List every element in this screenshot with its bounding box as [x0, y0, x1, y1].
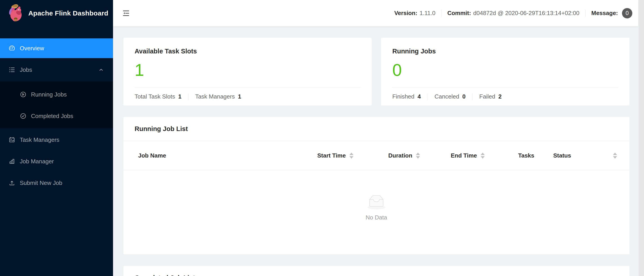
chevron-up-icon [98, 67, 104, 73]
sidebar-item-job-manager[interactable]: Job Manager [0, 151, 113, 171]
column-label: Status [553, 152, 571, 159]
empty-text: No Data [366, 214, 387, 221]
version-value: 1.11.0 [420, 10, 435, 17]
sidebar-item-running-jobs[interactable]: Running Jobs [0, 85, 113, 104]
stat-label: Total Task Slots [134, 93, 175, 100]
schedule-icon [8, 137, 15, 143]
completed-job-list-title: Completed Job List [123, 266, 630, 276]
page-scrollbar[interactable] [638, 0, 644, 276]
available-task-slots-card: Available Task Slots 1 Total Task Slots … [123, 38, 372, 106]
message-label: Message: [592, 10, 618, 17]
sidebar-item-label: Jobs [20, 66, 32, 73]
sidebar: Apache Flink Dashboard Overview Jobs [0, 0, 113, 276]
check-circle-icon [20, 113, 26, 119]
app-logo: Apache Flink Dashboard [0, 0, 113, 26]
running-jobs-value: 0 [392, 61, 402, 79]
sidebar-item-label: Running Jobs [31, 91, 67, 98]
table-header-row: Job Name Start Time Duration End Time Ta… [123, 141, 630, 170]
message-count-badge[interactable]: 0 [622, 8, 632, 18]
column-label: Start Time [317, 152, 346, 159]
column-header-duration[interactable]: Duration [388, 152, 451, 159]
build-info: Version: 1.11.0 Commit: d04872d @ 2020-0… [394, 8, 632, 18]
stat-value: 1 [238, 93, 241, 100]
sidebar-item-overview[interactable]: Overview [0, 38, 113, 58]
app-title: Apache Flink Dashboard [28, 9, 108, 17]
sort-icon[interactable] [613, 152, 617, 159]
sidebar-item-completed-jobs[interactable]: Completed Jobs [0, 106, 113, 126]
divider [585, 10, 586, 17]
stat-value: 0 [462, 93, 466, 100]
running-job-list-title: Running Job List [123, 117, 630, 141]
column-header-start-time[interactable]: Start Time [317, 152, 388, 159]
card-title: Running Jobs [392, 48, 436, 55]
empty-state: No Data [123, 170, 630, 256]
divider [188, 93, 188, 100]
divider [441, 10, 442, 17]
stat-value: 4 [418, 93, 421, 100]
column-label: Tasks [518, 152, 534, 159]
sidebar-item-label: Overview [20, 45, 44, 52]
sort-icon[interactable] [350, 152, 354, 159]
card-footer: Total Task Slots 1 Task Managers 1 [134, 93, 241, 100]
stat-label: Task Managers [195, 93, 235, 100]
card-footer: Finished 4 Canceled 0 Failed 2 [392, 93, 502, 100]
jobs-submenu: Running Jobs Completed Jobs [0, 81, 113, 128]
dashboard-icon [8, 45, 15, 52]
menu-fold-icon[interactable] [122, 9, 130, 17]
column-label: End Time [451, 152, 477, 159]
divider [428, 93, 428, 100]
running-job-list-card: Running Job List Job Name Start Time Dur… [123, 117, 630, 254]
play-circle-icon [20, 91, 26, 98]
column-label: Job Name [138, 152, 166, 159]
available-task-slots-value: 1 [134, 61, 144, 79]
commit-value: d04872d @ 2020-06-29T16:13:14+02:00 [473, 10, 579, 17]
stat-label: Finished [392, 93, 414, 100]
sidebar-menu: Overview Jobs Running Jobs [0, 26, 113, 193]
unordered-list-icon [8, 66, 15, 73]
sidebar-item-task-managers[interactable]: Task Managers [0, 130, 113, 150]
upload-icon [8, 179, 15, 186]
stat-label: Canceled [434, 93, 459, 100]
sidebar-item-label: Completed Jobs [31, 113, 73, 120]
stat-value: 1 [178, 93, 181, 100]
sidebar-item-jobs[interactable]: Jobs [0, 60, 113, 80]
column-header-status[interactable]: Status [553, 152, 630, 159]
sort-icon[interactable] [481, 152, 485, 159]
column-header-job-name: Job Name [138, 152, 317, 159]
sidebar-item-label: Job Manager [20, 158, 54, 165]
sort-icon[interactable] [416, 152, 420, 159]
sidebar-item-submit-new-job[interactable]: Submit New Job [0, 173, 113, 193]
sidebar-item-label: Submit New Job [20, 179, 62, 186]
divider [134, 88, 360, 88]
column-label: Duration [388, 152, 412, 159]
main-content: Available Task Slots 1 Total Task Slots … [113, 26, 638, 276]
version-label: Version: [394, 10, 418, 17]
sidebar-item-label: Task Managers [20, 137, 59, 143]
empty-inbox-icon [366, 193, 387, 210]
column-header-end-time[interactable]: End Time [451, 152, 518, 159]
stat-cards-row: Available Task Slots 1 Total Task Slots … [123, 38, 638, 106]
completed-job-list-card: Completed Job List [123, 266, 630, 276]
build-icon [8, 158, 15, 165]
top-header: Version: 1.11.0 Commit: d04872d @ 2020-0… [113, 0, 638, 26]
stat-label: Failed [479, 93, 495, 100]
column-header-tasks: Tasks [518, 152, 553, 159]
divider [392, 88, 618, 88]
card-title: Available Task Slots [134, 48, 197, 55]
divider [472, 93, 472, 100]
commit-label: Commit: [448, 10, 471, 17]
stat-value: 2 [498, 93, 502, 100]
flink-squirrel-logo-icon [8, 3, 22, 23]
running-jobs-card: Running Jobs 0 Finished 4 Canceled 0 Fai… [381, 38, 630, 106]
